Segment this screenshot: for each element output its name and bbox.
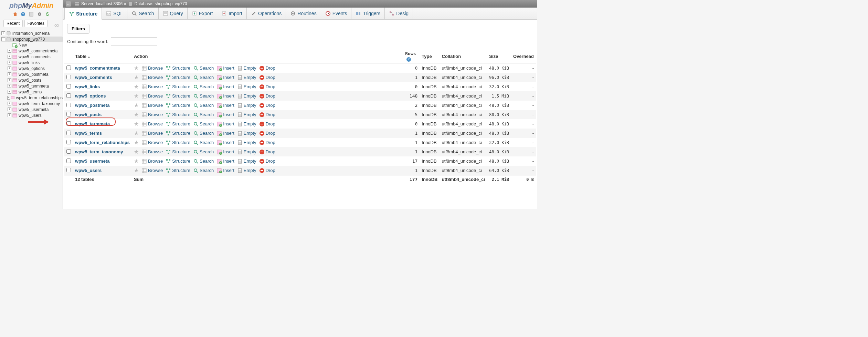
row-checkbox[interactable]: [66, 140, 71, 144]
row-checkbox[interactable]: [66, 149, 71, 154]
tab-search[interactable]: Search: [127, 8, 158, 19]
favorite-star-icon[interactable]: ★: [134, 93, 139, 99]
browse-link[interactable]: Browse: [141, 131, 163, 136]
logo[interactable]: phpMyAdmin: [0, 0, 63, 10]
home-icon[interactable]: [12, 11, 18, 17]
structure-link[interactable]: Structure: [166, 159, 190, 164]
drop-link[interactable]: Drop: [259, 159, 275, 164]
structure-link[interactable]: Structure: [166, 84, 190, 90]
favorite-star-icon[interactable]: ★: [134, 111, 139, 118]
reload-icon[interactable]: [45, 11, 50, 17]
tab-operations[interactable]: Operations: [247, 8, 286, 19]
search-link[interactable]: Search: [193, 121, 214, 127]
expand-icon[interactable]: +: [8, 49, 11, 53]
row-checkbox[interactable]: [66, 93, 71, 98]
filter-input[interactable]: [111, 37, 157, 45]
settings-icon[interactable]: [37, 11, 42, 17]
row-checkbox[interactable]: [66, 75, 71, 79]
insert-link[interactable]: +Insert: [216, 121, 234, 127]
empty-link[interactable]: Empty: [237, 84, 256, 90]
drop-link[interactable]: Drop: [259, 149, 275, 155]
empty-link[interactable]: Empty: [237, 93, 256, 99]
empty-link[interactable]: Empty: [237, 112, 256, 118]
structure-link[interactable]: Structure: [166, 103, 190, 108]
expand-icon[interactable]: +: [8, 90, 11, 94]
tree-table-wpw5_commentmeta[interactable]: +wpw5_commentmeta: [6, 48, 63, 54]
insert-link[interactable]: +Insert: [216, 103, 234, 108]
search-link[interactable]: Search: [193, 112, 214, 118]
favorite-star-icon[interactable]: ★: [134, 65, 139, 71]
empty-link[interactable]: Empty: [237, 149, 256, 155]
search-link[interactable]: Search: [193, 140, 214, 145]
table-name-link[interactable]: wpw5_postmeta: [75, 103, 109, 108]
structure-link[interactable]: Structure: [166, 65, 190, 71]
search-link[interactable]: Search: [193, 84, 214, 90]
col-overhead[interactable]: Overhead: [511, 50, 536, 63]
collapse-icon[interactable]: −: [1, 37, 5, 41]
search-link[interactable]: Search: [193, 93, 214, 99]
expand-icon[interactable]: +: [8, 72, 11, 76]
favorite-star-icon[interactable]: ★: [134, 83, 139, 90]
expand-icon[interactable]: +: [8, 113, 11, 117]
search-link[interactable]: Search: [193, 131, 214, 136]
structure-link[interactable]: Structure: [166, 93, 190, 99]
insert-link[interactable]: +Insert: [216, 149, 234, 155]
expand-icon[interactable]: +: [8, 67, 11, 70]
tab-import[interactable]: Import: [217, 8, 247, 19]
col-table[interactable]: Table: [75, 54, 86, 59]
drop-link[interactable]: Drop: [259, 168, 275, 173]
structure-link[interactable]: Structure: [166, 149, 190, 155]
structure-link[interactable]: Structure: [166, 121, 190, 127]
expand-icon[interactable]: +: [8, 108, 11, 111]
insert-link[interactable]: +Insert: [216, 159, 234, 164]
tree-table-wpw5_comments[interactable]: +wpw5_comments: [6, 54, 63, 60]
tree-table-new[interactable]: +New: [6, 42, 63, 48]
favorite-star-icon[interactable]: ★: [134, 74, 139, 81]
nav-back-icon[interactable]: ←: [66, 1, 71, 7]
insert-link[interactable]: +Insert: [216, 131, 234, 136]
insert-link[interactable]: +Insert: [216, 112, 234, 118]
favorite-star-icon[interactable]: ★: [134, 158, 139, 164]
empty-link[interactable]: Empty: [237, 75, 256, 80]
table-name-link[interactable]: wpw5_comments: [75, 75, 112, 80]
expand-icon[interactable]: +: [8, 84, 11, 88]
insert-link[interactable]: +Insert: [216, 84, 234, 90]
drop-link[interactable]: Drop: [259, 140, 275, 145]
table-name-link[interactable]: wpw5_terms: [75, 131, 102, 136]
tree-table-wpw5_options[interactable]: +wpw5_options: [6, 66, 63, 71]
drop-link[interactable]: Drop: [259, 131, 275, 136]
empty-link[interactable]: Empty: [237, 103, 256, 108]
browse-link[interactable]: Browse: [141, 121, 163, 127]
insert-link[interactable]: +Insert: [216, 168, 234, 173]
tab-sql[interactable]: SQLSQL: [102, 8, 127, 19]
table-name-link[interactable]: wpw5_users: [75, 168, 102, 173]
browse-link[interactable]: Browse: [141, 65, 163, 71]
tab-routines[interactable]: Routines: [286, 8, 321, 19]
search-link[interactable]: Search: [193, 103, 214, 108]
empty-link[interactable]: Empty: [237, 121, 256, 127]
drop-link[interactable]: Drop: [259, 84, 275, 90]
empty-link[interactable]: Empty: [237, 140, 256, 145]
tab-structure[interactable]: Structure: [64, 8, 102, 20]
col-rows[interactable]: Rows: [405, 51, 416, 56]
table-name-link[interactable]: wpw5_termmeta: [75, 121, 110, 126]
expand-icon[interactable]: +: [1, 31, 5, 35]
tree-table-wpw5_term_taxonomy[interactable]: +wpw5_term_taxonomy: [6, 101, 63, 106]
drop-link[interactable]: Drop: [259, 65, 275, 71]
logout-icon[interactable]: ?: [20, 11, 26, 17]
browse-link[interactable]: Browse: [141, 149, 163, 155]
expand-icon[interactable]: +: [8, 61, 11, 64]
favorites-button[interactable]: Favorites: [24, 20, 47, 27]
row-checkbox[interactable]: [66, 168, 71, 172]
tree-table-wpw5_terms[interactable]: +wpw5_terms: [6, 89, 63, 95]
col-size[interactable]: Size: [487, 50, 511, 63]
table-name-link[interactable]: wpw5_term_relationships: [75, 140, 130, 145]
table-name-link[interactable]: wpw5_usermeta: [75, 159, 109, 164]
tab-query[interactable]: Query: [159, 8, 188, 19]
tab-events[interactable]: Events: [321, 8, 352, 19]
tree-db-shopchup_wp770[interactable]: −shopchup_wp770: [1, 37, 63, 42]
browse-link[interactable]: Browse: [141, 168, 163, 173]
favorite-star-icon[interactable]: ★: [134, 149, 139, 155]
tab-triggers[interactable]: Triggers: [351, 8, 385, 19]
docs-icon[interactable]: [29, 11, 34, 17]
